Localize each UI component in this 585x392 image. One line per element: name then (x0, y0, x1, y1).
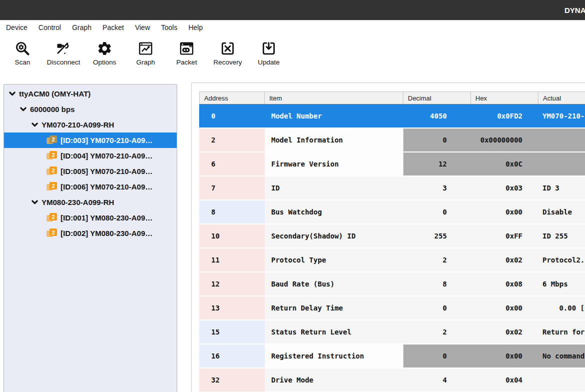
column-header-hex[interactable]: Hex (471, 92, 538, 104)
cell-actual: Protocol2. (538, 248, 585, 272)
cell-address: 12 (199, 272, 265, 296)
cell-item: Return Delay Time (265, 296, 403, 320)
chevron-down-icon[interactable] (31, 120, 39, 129)
register-row-baud-rate-bus[interactable]: 12Baud Rate (Bus)80x086 Mbps (199, 272, 585, 296)
cell-item: Drive Mode (265, 368, 403, 392)
cell-hex: 0x0C (471, 152, 538, 176)
menu-item-tools[interactable]: Tools (156, 20, 183, 35)
table-body: 0Model Number40500x0FD2YM070-210-2Model … (199, 104, 585, 392)
cell-decimal: 0 (403, 344, 471, 368)
tree-item-label: YM080-230-A099-RH (42, 198, 114, 206)
gear-icon (97, 40, 113, 56)
cell-decimal: 3 (403, 176, 471, 200)
register-row-protocol-type[interactable]: 11Protocol Type20x02Protocol2. (199, 248, 585, 272)
column-header-item[interactable]: Item (265, 92, 403, 104)
cell-address: 16 (199, 344, 265, 368)
cell-hex: 0xFF (471, 224, 538, 248)
tree-item-label: ttyACM0 (OMY-HAT) (19, 90, 91, 98)
toolbar-button-disconnect[interactable]: Disconnect (43, 35, 84, 75)
cell-address: 0 (199, 104, 265, 128)
tree-item-id-005-ym070-210-a09[interactable]: 2[ID:005] YM070-210-A09… (4, 164, 177, 179)
register-row-secondary-shadow-id[interactable]: 10Secondary(Shadow) ID2550xFFID 255 (199, 224, 585, 248)
tree-item-label: YM070-210-A099-RH (42, 120, 114, 129)
cell-decimal: 0 (403, 200, 471, 224)
register-row-status-return-level[interactable]: 15Status Return Level20x02Return for (199, 320, 585, 344)
cell-decimal: 255 (403, 224, 471, 248)
toolbar-button-packet[interactable]: Packet (166, 35, 207, 75)
cell-hex: 0x08 (471, 272, 538, 296)
tree-item-id-006-ym070-210-a09[interactable]: 2[ID:006] YM070-210-A09… (4, 179, 177, 194)
cell-item: Protocol Type (265, 248, 403, 272)
tree-item-ttyacm0-omy-hat[interactable]: ttyACM0 (OMY-HAT) (4, 86, 177, 102)
register-row-bus-watchdog[interactable]: 8Bus Watchdog00x00Disable (199, 200, 585, 224)
window-titlebar[interactable]: DYNA (0, 0, 585, 20)
register-row-firmware-version[interactable]: 6Firmware Version120x0C (199, 152, 585, 176)
tree-item-id-004-ym070-210-a09[interactable]: 2[ID:004] YM070-210-A09… (4, 148, 177, 164)
tree-item-ym080-230-a099-rh[interactable]: YM080-230-A099-RH (4, 194, 177, 210)
column-header-actual[interactable]: Actual (538, 92, 585, 104)
control-table-panel[interactable]: AddressItemDecimalHexActual 0Model Numbe… (191, 82, 585, 392)
cell-item: Model Information (265, 128, 403, 152)
table-header-row: AddressItemDecimalHexActual (199, 92, 585, 104)
cell-hex: 0x04 (471, 368, 538, 392)
cell-decimal: 2 (403, 320, 471, 344)
cell-actual (538, 368, 585, 392)
toolbar-button-options[interactable]: Options (84, 35, 125, 75)
column-header-address[interactable]: Address (199, 92, 265, 104)
cell-address: 32 (199, 368, 265, 392)
cell-actual: 6 Mbps (538, 272, 585, 296)
register-row-registered-instruction[interactable]: 16Registered Instruction00x00No command (199, 344, 585, 368)
device-tree-panel[interactable]: ttyACM0 (OMY-HAT)6000000 bpsYM070-210-A0… (4, 84, 177, 392)
cell-hex: 0x03 (471, 176, 538, 200)
cell-item: Firmware Version (265, 152, 403, 176)
tree-item-label: [ID:001] YM080-230-A09… (61, 214, 153, 222)
tree-item-label: [ID:005] YM070-210-A09… (61, 167, 153, 176)
column-header-decimal[interactable]: Decimal (403, 92, 471, 104)
cell-hex: 0x00 (471, 344, 538, 368)
menu-item-help[interactable]: Help (183, 20, 208, 35)
menu-item-graph[interactable]: Graph (67, 20, 97, 35)
toolbar-button-recovery[interactable]: Recovery (207, 35, 248, 75)
register-row-model-number[interactable]: 0Model Number40500x0FD2YM070-210- (199, 104, 585, 128)
menu-item-device[interactable]: Device (1, 20, 33, 35)
menu-item-control[interactable]: Control (33, 20, 67, 35)
cell-item: ID (265, 176, 403, 200)
toolbar-button-graph[interactable]: Graph (125, 35, 166, 75)
cell-address: 13 (199, 296, 265, 320)
menu-item-view[interactable]: View (130, 20, 156, 35)
servo-protocol-badge-icon: 2 (47, 151, 58, 160)
cell-hex: 0x02 (471, 248, 538, 272)
tree-item-id-001-ym080-230-a09[interactable]: 2[ID:001] YM080-230-A09… (4, 210, 177, 226)
register-row-drive-mode[interactable]: 32Drive Mode40x04 (199, 368, 585, 392)
cell-address: 8 (199, 200, 265, 224)
register-row-return-delay-time[interactable]: 13Return Delay Time00x000.00 [ (199, 296, 585, 320)
tree-item-ym070-210-a099-rh[interactable]: YM070-210-A099-RH (4, 117, 177, 132)
register-row-id[interactable]: 7ID30x03ID 3 (199, 176, 585, 200)
cell-hex: 0x00 (471, 296, 538, 320)
tree-item-label: [ID:002] YM080-230-A09… (61, 229, 153, 238)
graph-window-icon (138, 40, 154, 56)
chevron-down-icon[interactable] (19, 105, 28, 114)
tree-item-6000000-bps[interactable]: 6000000 bps (4, 102, 177, 117)
cell-actual: Return for (538, 320, 585, 344)
cell-hex: 0x00000000 (471, 128, 538, 152)
chevron-down-icon[interactable] (31, 198, 39, 206)
servo-protocol-badge-icon: 2 (47, 182, 58, 192)
tree-item-id-002-ym080-230-a09[interactable]: 2[ID:002] YM080-230-A09… (4, 226, 177, 241)
disconnect-plug-icon (56, 40, 72, 56)
menu-item-packet[interactable]: Packet (97, 20, 130, 35)
cell-decimal: 0 (403, 128, 471, 152)
toolbar-button-label: Packet (176, 58, 197, 66)
toolbar-button-label: Disconnect (47, 58, 81, 66)
register-row-model-information[interactable]: 2Model Information00x00000000 (199, 128, 585, 152)
cell-decimal: 0 (403, 296, 471, 320)
packet-controller-icon (179, 40, 195, 56)
cell-item: Baud Rate (Bus) (265, 272, 403, 296)
cell-address: 6 (199, 152, 265, 176)
toolbar-button-scan[interactable]: Scan (2, 35, 43, 75)
toolbar-button-update[interactable]: Update (248, 35, 289, 75)
chevron-down-icon[interactable] (8, 90, 17, 98)
recovery-tools-icon (220, 40, 236, 56)
tree-item-id-003-ym070-210-a09[interactable]: 2[ID:003] YM070-210-A09… (4, 132, 177, 148)
cell-actual: No command (538, 344, 585, 368)
